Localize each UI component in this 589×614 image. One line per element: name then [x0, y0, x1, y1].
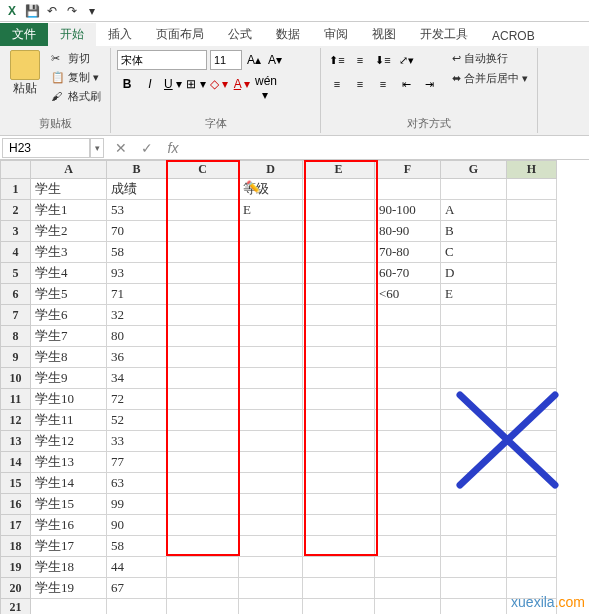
cell-F18[interactable]: [375, 536, 441, 557]
row-head-11[interactable]: 11: [1, 389, 31, 410]
cell-F5[interactable]: 60-70: [375, 263, 441, 284]
cell-H17[interactable]: [507, 515, 557, 536]
cell-F4[interactable]: 70-80: [375, 242, 441, 263]
spreadsheet-grid[interactable]: ABCDEFGH1学生成绩等级2学生153E90-100A3学生27080-90…: [0, 160, 557, 614]
cell-E13[interactable]: [303, 431, 375, 452]
cell-F17[interactable]: [375, 515, 441, 536]
font-size-select[interactable]: [210, 50, 242, 70]
row-head-13[interactable]: 13: [1, 431, 31, 452]
cell-A19[interactable]: 学生18: [31, 557, 107, 578]
cell-G18[interactable]: [441, 536, 507, 557]
row-head-16[interactable]: 16: [1, 494, 31, 515]
cell-C19[interactable]: [167, 557, 239, 578]
col-head-B[interactable]: B: [107, 161, 167, 179]
cell-A21[interactable]: [31, 599, 107, 615]
cell-G12[interactable]: [441, 410, 507, 431]
cell-H18[interactable]: [507, 536, 557, 557]
row-head-2[interactable]: 2: [1, 200, 31, 221]
cell-F11[interactable]: [375, 389, 441, 410]
cell-A15[interactable]: 学生14: [31, 473, 107, 494]
cell-F10[interactable]: [375, 368, 441, 389]
row-head-9[interactable]: 9: [1, 347, 31, 368]
cell-E9[interactable]: [303, 347, 375, 368]
cell-A10[interactable]: 学生9: [31, 368, 107, 389]
cell-G3[interactable]: B: [441, 221, 507, 242]
cell-B10[interactable]: 34: [107, 368, 167, 389]
cell-F7[interactable]: [375, 305, 441, 326]
cell-H10[interactable]: [507, 368, 557, 389]
cell-G19[interactable]: [441, 557, 507, 578]
save-icon[interactable]: 💾: [24, 3, 40, 19]
cell-D14[interactable]: [239, 452, 303, 473]
cell-A7[interactable]: 学生6: [31, 305, 107, 326]
cell-F19[interactable]: [375, 557, 441, 578]
cell-C16[interactable]: [167, 494, 239, 515]
cell-C21[interactable]: [167, 599, 239, 615]
cell-G13[interactable]: [441, 431, 507, 452]
cell-C13[interactable]: [167, 431, 239, 452]
cell-H19[interactable]: [507, 557, 557, 578]
cell-A12[interactable]: 学生11: [31, 410, 107, 431]
underline-button[interactable]: U ▾: [163, 74, 183, 94]
cell-B18[interactable]: 58: [107, 536, 167, 557]
row-head-7[interactable]: 7: [1, 305, 31, 326]
cell-D17[interactable]: [239, 515, 303, 536]
col-head-A[interactable]: A: [31, 161, 107, 179]
cell-G5[interactable]: D: [441, 263, 507, 284]
fill-color-button[interactable]: ◇ ▾: [209, 74, 229, 94]
enter-icon[interactable]: ✓: [134, 138, 160, 158]
align-right-icon[interactable]: ≡: [373, 74, 393, 94]
cell-D16[interactable]: [239, 494, 303, 515]
cell-E7[interactable]: [303, 305, 375, 326]
cell-F9[interactable]: [375, 347, 441, 368]
font-family-select[interactable]: [117, 50, 207, 70]
orientation-icon[interactable]: ⤢▾: [396, 50, 416, 70]
cell-C14[interactable]: [167, 452, 239, 473]
cell-F13[interactable]: [375, 431, 441, 452]
phonetic-button[interactable]: wén ▾: [255, 74, 275, 94]
cell-H4[interactable]: [507, 242, 557, 263]
tab-文件[interactable]: 文件: [0, 23, 48, 46]
tab-开发工具[interactable]: 开发工具: [408, 23, 480, 46]
cell-D10[interactable]: [239, 368, 303, 389]
redo-icon[interactable]: ↷: [64, 3, 80, 19]
cell-H1[interactable]: [507, 179, 557, 200]
cell-B20[interactable]: 67: [107, 578, 167, 599]
cell-C10[interactable]: [167, 368, 239, 389]
cell-D21[interactable]: [239, 599, 303, 615]
col-head-H[interactable]: H: [507, 161, 557, 179]
cell-F20[interactable]: [375, 578, 441, 599]
cell-C3[interactable]: [167, 221, 239, 242]
copy-button[interactable]: 📋复制 ▾: [48, 69, 104, 86]
cell-G11[interactable]: [441, 389, 507, 410]
cell-B9[interactable]: 36: [107, 347, 167, 368]
cell-B3[interactable]: 70: [107, 221, 167, 242]
tab-数据[interactable]: 数据: [264, 23, 312, 46]
name-box-dropdown[interactable]: ▾: [90, 138, 104, 158]
cell-G9[interactable]: [441, 347, 507, 368]
cell-D9[interactable]: [239, 347, 303, 368]
cell-C18[interactable]: [167, 536, 239, 557]
cell-H14[interactable]: [507, 452, 557, 473]
cell-G1[interactable]: [441, 179, 507, 200]
row-head-5[interactable]: 5: [1, 263, 31, 284]
cell-D2[interactable]: E: [239, 200, 303, 221]
cancel-icon[interactable]: ✕: [108, 138, 134, 158]
cell-C9[interactable]: [167, 347, 239, 368]
cell-B13[interactable]: 33: [107, 431, 167, 452]
cell-B19[interactable]: 44: [107, 557, 167, 578]
cell-D15[interactable]: [239, 473, 303, 494]
format-painter-button[interactable]: 🖌格式刷: [48, 88, 104, 105]
cell-E8[interactable]: [303, 326, 375, 347]
fx-icon[interactable]: fx: [160, 138, 186, 158]
cell-B15[interactable]: 63: [107, 473, 167, 494]
cell-G2[interactable]: A: [441, 200, 507, 221]
col-head-E[interactable]: E: [303, 161, 375, 179]
cell-B17[interactable]: 90: [107, 515, 167, 536]
cell-E11[interactable]: [303, 389, 375, 410]
cell-E19[interactable]: [303, 557, 375, 578]
cell-D18[interactable]: [239, 536, 303, 557]
row-head-14[interactable]: 14: [1, 452, 31, 473]
row-head-6[interactable]: 6: [1, 284, 31, 305]
cell-C15[interactable]: [167, 473, 239, 494]
